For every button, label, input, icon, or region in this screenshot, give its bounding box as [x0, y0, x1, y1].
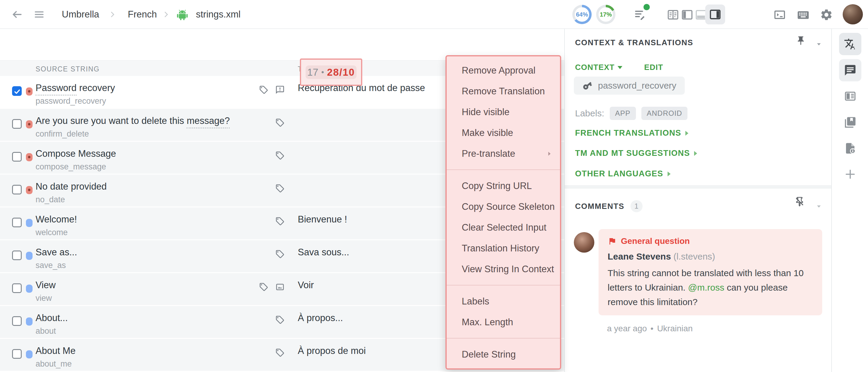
menu-item-remove-translation[interactable]: Remove Translation: [447, 81, 560, 101]
menu-item-clear-selected-input[interactable]: Clear Selected Input: [447, 217, 560, 238]
android-icon: [176, 8, 189, 22]
file-info-panel-icon[interactable]: [839, 137, 861, 159]
status-translated-icon: [26, 252, 33, 260]
status-untranslated-icon: [26, 120, 33, 128]
gear-icon[interactable]: [820, 8, 833, 22]
chevron-right-icon: [685, 131, 688, 136]
tag-icon: [275, 315, 285, 325]
translation-progress-ring[interactable]: 64%: [572, 5, 592, 24]
chevron-down-icon: [618, 66, 622, 69]
terms-panel-icon[interactable]: [839, 111, 861, 133]
submenu-arrow-icon: [546, 150, 553, 157]
row-checkbox[interactable]: [12, 86, 22, 96]
menu-item-remove-approval[interactable]: Remove Approval: [447, 60, 560, 81]
comments-panel-icon[interactable]: [839, 59, 861, 82]
label-badge: ANDROID: [641, 107, 688, 120]
context-panel-icon[interactable]: [839, 85, 861, 107]
row-checkbox[interactable]: [12, 185, 22, 194]
add-panel-icon[interactable]: [839, 163, 861, 185]
mention-link[interactable]: @m.ross: [688, 282, 724, 292]
chevron-right-icon: [694, 151, 697, 156]
comments-count-badge: 1: [630, 200, 643, 212]
avatar[interactable]: [843, 4, 863, 24]
menu-separator: [447, 169, 560, 170]
breadcrumb-project[interactable]: Umbrella: [62, 9, 99, 20]
row-checkbox[interactable]: [12, 316, 22, 326]
tag-icon: [275, 118, 285, 127]
chevron-down-icon[interactable]: [815, 203, 823, 210]
source-string: Save as...: [36, 247, 77, 258]
menu-item-delete-string[interactable]: Delete String: [447, 344, 560, 365]
row-checkbox[interactable]: [12, 349, 22, 359]
string-key: no_date: [36, 195, 65, 205]
context-dropdown[interactable]: CONTEXT: [575, 63, 622, 72]
menu-item-max-length[interactable]: Max. Length: [447, 312, 560, 333]
translation-text: Bienvenue !: [298, 214, 347, 225]
chevron-down-icon[interactable]: [815, 40, 823, 48]
string-counter: 17 • 28/10: [306, 65, 356, 79]
menu-item-labels[interactable]: Labels: [447, 291, 560, 312]
row-checkbox[interactable]: [12, 283, 22, 293]
comment-body: This string cannot be translated with le…: [608, 266, 813, 309]
column-header-source: SOURCE STRING: [36, 65, 99, 73]
comment-username: (l.stevens): [673, 251, 715, 261]
approval-progress-ring[interactable]: 17%: [596, 5, 615, 24]
source-string: About...: [36, 313, 68, 323]
section-other-languages[interactable]: OTHER LANGUAGES: [575, 169, 671, 179]
tag-icon: [275, 184, 285, 193]
source-string: Are you sure you want to delete this mes…: [36, 116, 230, 126]
menu-item-view-string-in-context[interactable]: View String In Context: [447, 259, 560, 279]
left-panel-view-icon[interactable]: [681, 8, 693, 21]
meta-separator: •: [650, 324, 653, 333]
chevron-right-icon: [108, 10, 116, 19]
menu-item-copy-string-url[interactable]: Copy String URL: [447, 176, 560, 196]
comment-author[interactable]: Leane Stevens: [608, 251, 671, 261]
source-string: Welcome!: [36, 214, 77, 225]
menu-item-hide-visible[interactable]: Hide visible: [447, 101, 560, 122]
source-string: No date provided: [36, 181, 107, 192]
string-key: view: [36, 293, 52, 303]
string-identifier: password_recovery: [598, 81, 676, 91]
section-tm-mt-suggestions[interactable]: TM AND MT SUGGESTIONS: [575, 149, 697, 158]
avatar: [574, 232, 594, 253]
breadcrumb-language[interactable]: French: [128, 9, 157, 20]
edit-context-button[interactable]: EDIT: [644, 63, 663, 72]
notification-dot: [644, 4, 650, 10]
row-checkbox[interactable]: [12, 152, 22, 162]
string-identifier-pill: password_recovery: [574, 76, 685, 95]
status-untranslated-icon: [26, 186, 33, 194]
editor-mode-icon[interactable]: [633, 8, 646, 21]
comment-meta: a year ago • Ukrainian: [607, 324, 692, 333]
back-icon[interactable]: [11, 9, 23, 20]
row-checkbox[interactable]: [12, 119, 22, 129]
breadcrumb-file[interactable]: strings.xml: [196, 9, 241, 20]
translation-progress-value: 64%: [575, 7, 589, 22]
string-key: about: [36, 327, 56, 336]
menu-item-copy-source-skeleton[interactable]: Copy Source Skeleton: [447, 196, 560, 217]
string-key: compose_message: [36, 162, 106, 172]
section-french-translations[interactable]: FRENCH TRANSLATIONS: [575, 128, 688, 138]
context-panel: CONTEXT & TRANSLATIONS CONTEXT EDIT pass…: [564, 29, 831, 372]
keyboard-icon[interactable]: [797, 8, 810, 22]
pin-icon[interactable]: [796, 36, 806, 46]
menu-item-make-visible[interactable]: Make visible: [447, 122, 560, 143]
panel-title: CONTEXT & TRANSLATIONS: [575, 38, 693, 47]
row-checkbox[interactable]: [12, 250, 22, 260]
split-view-icon[interactable]: [667, 8, 679, 21]
terminal-icon[interactable]: [773, 8, 786, 21]
menu-separator: [447, 338, 560, 339]
translations-panel-icon[interactable]: [839, 33, 861, 55]
chevron-right-icon: [668, 172, 671, 176]
labels-row: Labels: APP ANDROID: [575, 107, 687, 120]
status-translated-icon: [26, 285, 33, 293]
status-untranslated-icon: [26, 153, 33, 161]
string-counter-highlight: 17 • 28/10: [300, 59, 362, 86]
flag-icon: [608, 237, 617, 246]
unpin-icon[interactable]: [795, 196, 805, 207]
hamburger-icon[interactable]: [34, 9, 44, 20]
menu-item-pre-translate[interactable]: Pre-translate: [447, 143, 560, 164]
menu-item-translation-history[interactable]: Translation History: [447, 238, 560, 259]
row-checkbox[interactable]: [12, 218, 22, 227]
translation-text: Sava sous...: [298, 247, 349, 258]
right-panel-view-icon[interactable]: [705, 4, 725, 24]
